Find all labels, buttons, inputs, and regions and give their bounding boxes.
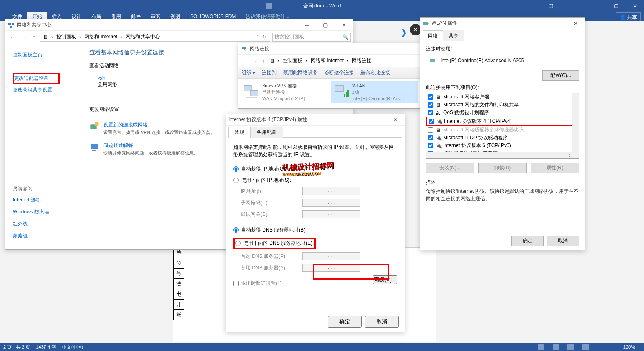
connection-vpn[interactable]: Sineva VPN 连接 已断开连接 WAN Miniport (L2TP) <box>241 81 328 103</box>
radio-manual-dns[interactable] <box>235 241 241 246</box>
radio-manual-ip[interactable] <box>233 178 239 183</box>
rename-button[interactable]: 重命名此连接 <box>360 69 390 76</box>
language[interactable]: 中文(中国) <box>62 344 83 350</box>
protocol-list[interactable]: 🖥Microsoft 网络客户端 🖥Microsoft 网络的文件和打印机共享 … <box>426 93 579 159</box>
gateway-input[interactable]: . . . <box>302 210 360 218</box>
item-multiplex: Microsoft 网络适配器多路传送器协议 <box>443 126 524 133</box>
chk-fileprint[interactable] <box>428 102 433 108</box>
sidebar-adv-sharing[interactable]: 更改高级共享设置 <box>13 84 76 96</box>
bc-nc[interactable]: 网络连接 <box>350 57 373 64</box>
doc-table: 单 位 号 法 电 开 账 <box>173 248 184 320</box>
w1-sidebar: 控制面板主页 更改适配器设置 更改高级共享设置 另请参阅 Internet 选项… <box>5 43 84 249</box>
ip-input[interactable]: . . . <box>302 187 360 195</box>
radio-auto-ip[interactable] <box>233 166 239 172</box>
info-text: 如果网络支持此功能，则可以获取自动指派的 IP 设置。否则，你需要从网络系统管理… <box>233 143 397 158</box>
pdns-input[interactable]: . . . <box>302 252 360 260</box>
ok-button[interactable]: 确定 <box>328 316 362 328</box>
organize-button[interactable]: 组织 ▾ <box>242 69 255 76</box>
w3-close[interactable]: ✕ <box>566 18 585 29</box>
up-icon[interactable]: ↑ <box>260 58 266 64</box>
gateway-label: 默认网关(D): <box>241 211 302 218</box>
w4-close[interactable]: ✕ <box>386 114 405 126</box>
w1-maximize[interactable]: ▢ <box>316 19 335 31</box>
forward-arrow-icon[interactable]: → <box>19 34 28 40</box>
bc-net[interactable]: 网络和 Internet <box>309 57 345 64</box>
radio-auto-dns[interactable] <box>233 227 239 233</box>
svg-line-9 <box>242 49 246 50</box>
ip-label: IP 地址(I): <box>241 188 302 195</box>
sidebar-firewall[interactable]: Windows 防火墙 <box>13 206 49 218</box>
svg-rect-16 <box>347 90 349 97</box>
connection-wlan[interactable]: WLAN zxh Intel(R) Centrino(R) Adv... <box>331 81 418 103</box>
vpn-name: Sineva VPN 连接 <box>262 83 305 89</box>
protocol-icon: 🖥 <box>436 127 442 133</box>
sidebar-homegroup[interactable]: 家庭组 <box>13 230 49 242</box>
view-mode-icons[interactable] <box>538 344 595 350</box>
ok-button[interactable]: 确定 <box>511 236 544 246</box>
next-arrow-icon[interactable]: ❯ <box>401 28 407 37</box>
diagnose-button[interactable]: 诊断这个连接 <box>324 69 354 76</box>
back-icon[interactable]: ← <box>241 58 249 64</box>
advanced-button[interactable]: 高级(V)... <box>373 275 397 284</box>
disable-button[interactable]: 禁用此网络设备 <box>283 69 318 76</box>
mask-input[interactable]: . . . <box>302 199 360 207</box>
sidebar-ie-options[interactable]: Internet 选项 <box>13 194 49 206</box>
bc-control-panel[interactable]: 控制面板 <box>55 33 78 40</box>
minimize-button[interactable]: ─ <box>588 0 607 12</box>
install-button[interactable]: 安装(N)... <box>426 163 474 173</box>
w1-minimize[interactable]: ─ <box>298 19 316 31</box>
validate-checkbox[interactable] <box>233 281 239 286</box>
breadcrumb[interactable]: 🖥› 控制面板› 网络和 Internet› 网络连接 <box>268 57 373 64</box>
sidebar-infrared[interactable]: 红外线 <box>13 218 49 230</box>
troubleshoot-icon <box>89 142 99 152</box>
maximize-button[interactable]: ▢ <box>607 0 625 12</box>
back-arrow-icon[interactable]: ← <box>8 34 17 40</box>
adns-input[interactable]: . . . <box>302 264 360 272</box>
tab-network[interactable]: 网络 <box>423 30 443 41</box>
svg-rect-6 <box>92 150 96 151</box>
chk-lldp[interactable] <box>428 135 433 140</box>
page-info[interactable]: 2 页，共 2 页 <box>3 344 30 350</box>
network-icon <box>241 46 247 52</box>
chk-ipv4[interactable] <box>429 119 434 124</box>
cancel-button[interactable]: 取消 <box>365 316 399 328</box>
bc-sharing-center[interactable]: 网络和共享中心 <box>124 33 162 40</box>
zoom[interactable]: 120% <box>623 344 635 349</box>
chk-multiplex[interactable] <box>428 127 433 133</box>
wlan-properties-window: WLAN 属性 ✕ 网络 共享 连接时使用: Intel(R) Centrino… <box>420 17 585 250</box>
word-count[interactable]: 1437 个字 <box>36 344 56 350</box>
item-lldp: Microsoft LLDP 协议驱动程序 <box>443 134 508 141</box>
sidebar-home[interactable]: 控制面板主页 <box>13 49 76 61</box>
sidebar-change-adapter[interactable]: 更改适配器设置 <box>13 73 60 84</box>
scrollbar-vertical[interactable] <box>572 93 579 152</box>
share-label: 共享 <box>627 14 637 20</box>
tab-alternate[interactable]: 备用配置 <box>251 127 283 138</box>
search-input[interactable]: 搜索控制面板🔍 <box>272 33 351 42</box>
breadcrumb[interactable]: 🖥› 控制面板› 网络和 Internet› 网络和共享中心 ˅↻ <box>40 33 270 42</box>
vpn-device: WAN Miniport (L2TP) <box>262 96 305 102</box>
tab-sharing[interactable]: 共享 <box>443 30 464 41</box>
properties-button[interactable]: 属性(R) <box>531 163 579 173</box>
troubleshoot-link[interactable]: 问题疑难解答 <box>103 142 198 149</box>
protocol-icon: 🖥 <box>436 102 442 108</box>
new-connection-link[interactable]: 设置新的连接或网络 <box>103 122 215 129</box>
adapter-field-icon <box>430 57 437 64</box>
cancel-button[interactable]: 取消 <box>547 236 579 246</box>
tab-general[interactable]: 常规 <box>228 127 251 138</box>
w1-close[interactable]: ✕ <box>335 19 353 31</box>
bc-cp[interactable]: 控制面板 <box>281 57 304 64</box>
chk-ipv6[interactable] <box>428 143 433 148</box>
up-arrow-icon[interactable]: ↑ <box>31 34 37 40</box>
item-ms-client: Microsoft 网络客户端 <box>443 94 489 101</box>
ribbon-display-icon[interactable]: ⬚ <box>549 3 553 9</box>
uninstall-button[interactable]: 卸载(U) <box>478 163 526 173</box>
scrollbar-horizontal[interactable]: › <box>426 152 579 158</box>
forward-icon[interactable]: → <box>251 58 259 64</box>
bc-network-internet[interactable]: 网络和 Internet <box>83 33 119 40</box>
connect-button[interactable]: 连接到 <box>262 69 277 76</box>
chk-ms-client[interactable] <box>428 94 433 100</box>
w1-navbar: ← → ↑ 🖥› 控制面板› 网络和 Internet› 网络和共享中心 ˅↻ … <box>5 31 353 43</box>
configure-button[interactable]: 配置(C)... <box>542 70 579 81</box>
chk-qos[interactable] <box>428 110 433 115</box>
close-button[interactable]: ✕ <box>625 0 644 12</box>
